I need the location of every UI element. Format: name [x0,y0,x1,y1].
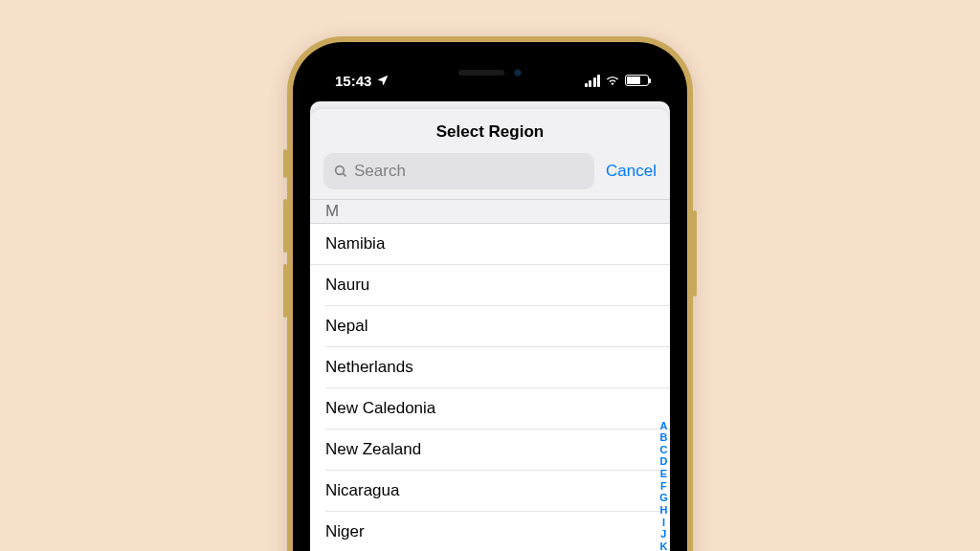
cellular-icon [585,75,601,87]
index-letter[interactable]: C [659,444,668,456]
section-header-m: M [310,200,670,224]
list-item[interactable]: Namibia [310,224,670,265]
sheet-title: Select Region [310,109,670,153]
location-icon [377,75,389,86]
index-letter[interactable]: J [659,528,668,540]
list-item[interactable]: Netherlands [325,347,670,388]
index-letter[interactable]: D [659,456,668,469]
search-icon [333,164,348,179]
select-region-sheet: Select Region Cancel [310,109,670,551]
list-item[interactable]: Nauru [325,265,670,306]
index-letter[interactable]: I [659,517,668,529]
clock: 15:43 [335,73,371,89]
battery-icon [625,75,649,86]
search-row: Cancel [310,153,670,199]
list-item[interactable]: Nepal [325,306,670,347]
list-item[interactable]: Niger [325,512,670,551]
notch [404,59,576,86]
list-item[interactable]: New Caledonia [325,388,670,430]
svg-line-1 [343,173,345,176]
volume-down-button [283,264,287,318]
status-right [585,75,650,87]
modal-backdrop-sheet: Select Region Cancel [310,101,670,551]
screen: 15:43 [310,59,670,551]
section-index-bar[interactable]: A B C D E F G H I J K L M [659,420,668,551]
power-button [693,210,697,297]
index-letter[interactable]: K [659,540,668,551]
index-letter[interactable]: G [659,493,668,505]
volume-up-button [283,199,287,253]
search-field[interactable] [323,153,594,189]
index-letter[interactable]: B [659,431,668,444]
cancel-button[interactable]: Cancel [606,162,657,181]
status-left: 15:43 [335,73,389,89]
phone-bezel: 15:43 [293,42,687,551]
index-letter[interactable]: E [659,468,668,480]
front-camera [514,69,522,77]
svg-point-0 [336,166,345,175]
wifi-icon [605,75,620,86]
list-item[interactable]: New Zealand [325,430,670,471]
list-item[interactable]: Nicaragua [325,471,670,512]
mute-switch [283,149,287,178]
index-letter[interactable]: H [659,504,668,517]
region-list[interactable]: M Namibia Nauru Nepal Netherlands New Ca… [310,199,670,551]
index-letter[interactable]: A [659,420,668,432]
index-letter[interactable]: F [659,480,668,493]
search-input[interactable] [354,162,585,181]
speaker-grille [458,70,504,76]
phone-frame: 15:43 [287,36,693,551]
